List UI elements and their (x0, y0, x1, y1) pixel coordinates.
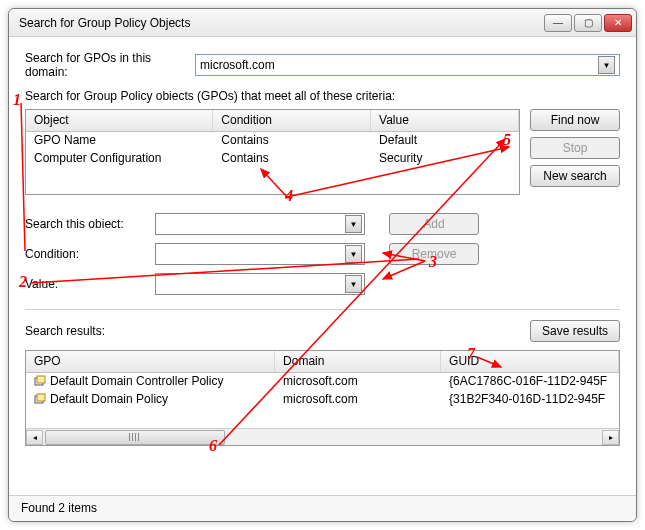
domain-select[interactable]: microsoft.com ▼ (195, 54, 620, 76)
results-row[interactable]: Default Domain Policy microsoft.com {31B… (26, 391, 619, 409)
criteria-label: Search for Group Policy obiects (GPOs) t… (25, 89, 620, 103)
chevron-down-icon[interactable]: ▼ (598, 56, 615, 74)
divider (25, 309, 620, 310)
svg-rect-3 (37, 394, 45, 401)
chevron-down-icon[interactable]: ▼ (345, 245, 362, 263)
domain-value: microsoft.com (200, 58, 275, 72)
scroll-left-icon[interactable]: ◂ (26, 430, 43, 445)
window-title: Search for Group Policy Objects (19, 16, 544, 30)
new-search-button[interactable]: New search (530, 165, 620, 187)
chevron-down-icon[interactable]: ▼ (345, 215, 362, 233)
condition-label: Condition: (25, 247, 155, 261)
scroll-thumb[interactable] (45, 430, 225, 445)
add-button: Add (389, 213, 479, 235)
status-text: Found 2 items (21, 501, 97, 515)
condition-select[interactable]: ▼ (155, 243, 365, 265)
gpo-icon (34, 393, 46, 405)
criteria-header-value[interactable]: Value (371, 110, 519, 131)
value-select[interactable]: ▼ (155, 273, 365, 295)
stop-button: Stop (530, 137, 620, 159)
results-row[interactable]: Default Domain Controller Policy microso… (26, 373, 619, 391)
criteria-header-object[interactable]: Object (26, 110, 213, 131)
domain-label: Search for GPOs in this domain: (25, 51, 195, 79)
gpo-icon (34, 375, 46, 387)
scroll-right-icon[interactable]: ▸ (602, 430, 619, 445)
svg-rect-1 (37, 376, 45, 383)
search-object-select[interactable]: ▼ (155, 213, 365, 235)
minimize-button[interactable]: — (544, 14, 572, 32)
title-bar: Search for Group Policy Objects — ▢ ✕ (9, 9, 636, 37)
search-object-label: Search this obiect: (25, 217, 155, 231)
criteria-header-condition[interactable]: Condition (213, 110, 371, 131)
results-header-guid[interactable]: GUID (441, 351, 619, 372)
content-area: Search for GPOs in this domain: microsof… (9, 37, 636, 495)
results-header-gpo[interactable]: GPO (26, 351, 275, 372)
results-header-domain[interactable]: Domain (275, 351, 441, 372)
dialog-window: Search for Group Policy Objects — ▢ ✕ Se… (8, 8, 637, 522)
criteria-table[interactable]: Object Condition Value GPO Name Contains… (25, 109, 520, 195)
close-button[interactable]: ✕ (604, 14, 632, 32)
horizontal-scrollbar[interactable]: ◂ ▸ (26, 428, 619, 445)
remove-button: Remove (389, 243, 479, 265)
value-label: Value: (25, 277, 155, 291)
save-results-button[interactable]: Save results (530, 320, 620, 342)
status-bar: Found 2 items (9, 495, 636, 521)
chevron-down-icon[interactable]: ▼ (345, 275, 362, 293)
find-now-button[interactable]: Find now (530, 109, 620, 131)
results-table[interactable]: GPO Domain GUID Default Domain Controlle… (25, 350, 620, 446)
criteria-row[interactable]: Computer Configuration Contains Security (26, 150, 519, 168)
maximize-button[interactable]: ▢ (574, 14, 602, 32)
results-label: Search results: (25, 324, 105, 338)
criteria-row[interactable]: GPO Name Contains Default (26, 132, 519, 150)
